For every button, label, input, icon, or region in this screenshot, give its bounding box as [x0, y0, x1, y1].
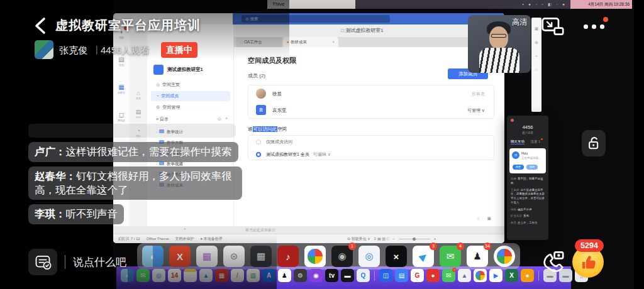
space-menu-item-space-members[interactable]: ◔空间成员	[151, 91, 230, 101]
screen-unlock-button[interactable]	[582, 130, 606, 156]
add-icon[interactable]: ⊕	[531, 40, 541, 45]
comment-input[interactable]: 说点什么吧	[73, 255, 126, 270]
statusbar-right: ⊖ 智能美化 ∨ ≡ ▤ ▥ □ − +	[347, 234, 436, 243]
comment-settings-button[interactable]	[28, 249, 57, 275]
directory-row[interactable]: ≡ 目录◎ +	[156, 116, 229, 123]
canvas-tool-icons[interactable]: ○ ▣	[477, 216, 494, 221]
dock-icon-capcut[interactable]: ×	[386, 246, 407, 267]
dock-badge: 4	[457, 243, 464, 250]
dock-icon-qq[interactable]: ♟34	[467, 246, 488, 267]
radio-icon[interactable]	[256, 139, 261, 144]
tab-close-icon[interactable]: ×	[332, 37, 335, 47]
colorwheel-glyph	[308, 249, 322, 263]
dock-icon-calculator[interactable]: ▦	[250, 246, 272, 267]
star-icon[interactable]: ☆	[531, 67, 541, 72]
tab-oa-workbench[interactable]: □OA工作台	[236, 37, 282, 47]
nav-rail-label: 消息	[114, 36, 128, 39]
dock-icon-orange-slash-app[interactable]: /	[231, 269, 244, 282]
dock-icon-browser-sphere[interactable]	[494, 246, 515, 267]
voice-call-button[interactable]	[535, 246, 570, 275]
accept-button[interactable]: 同意	[513, 165, 524, 170]
zoom-knob[interactable]	[413, 237, 416, 241]
zoom-slider[interactable]	[399, 239, 430, 239]
zoom-in-icon[interactable]: +	[434, 234, 436, 243]
view-mode-icons[interactable]: ≡ ▤ ▥ □	[374, 234, 389, 243]
dock-icon-qq-mini[interactable]: ♟	[278, 269, 291, 282]
radio-icon[interactable]	[256, 152, 261, 157]
dock-icon-airport-utility[interactable]: ▲	[199, 269, 213, 282]
access-option[interactable]: 仅限成员访问	[248, 136, 494, 148]
dock-icon-glyph: X	[509, 272, 514, 279]
dot-icon	[584, 25, 588, 29]
dingtalk-tabrow: □OA工作台 ●教研成果×	[233, 37, 504, 47]
dock-icon-orange-circle-app[interactable]: ●	[521, 269, 534, 282]
streamer-avatar[interactable]	[35, 40, 53, 59]
tab-icon: □	[240, 40, 243, 44]
close-traffic-light[interactable]	[511, 119, 514, 122]
console-chat-message: 张悦确实不方便	[511, 208, 545, 212]
side-rail-item-library[interactable]: ▤知识	[130, 106, 147, 125]
phone-video-icon	[538, 249, 566, 273]
member-row: 袁袁东亚可管理 ∨	[248, 102, 494, 118]
more-menu-button[interactable]	[584, 19, 613, 31]
directory-actions[interactable]: ◎ +	[218, 116, 229, 121]
dock-icon-excel[interactable]: X	[505, 269, 518, 282]
tab-research-results[interactable]: ●教研成果×	[283, 37, 338, 47]
beautify-button[interactable]: ⊖ 智能美化 ∨	[347, 234, 370, 243]
access-option[interactable]: 测试虚拟教研室1 全员可编辑 ∨	[248, 148, 494, 161]
hd-quality-label[interactable]: 高清	[512, 17, 527, 28]
dock-icon-wechat[interactable]: ✉4	[440, 246, 461, 267]
dock-icon-wechat-mini[interactable]: ✉•	[442, 269, 455, 282]
dock-icon-glyph: ×	[394, 251, 399, 262]
edit-icon[interactable]: +	[531, 54, 541, 58]
zoom-out-icon[interactable]: −	[392, 234, 395, 243]
notification-dot	[603, 17, 608, 22]
dock-icon-music-red[interactable]: ♪	[277, 246, 299, 267]
space-menu-item-space-home[interactable]: ◎空间主页	[151, 80, 230, 90]
dock-icon-podcasts[interactable]: ◉	[309, 269, 323, 282]
dock-icon-kdocs[interactable]: G	[411, 269, 424, 282]
dock-icon-red-grid-app[interactable]: ▦	[215, 269, 228, 282]
dock-icon-finder[interactable]: ◐	[142, 246, 164, 267]
dock-icon-launchpad[interactable]: ▦	[196, 246, 218, 267]
presenter-webcam[interactable]: 高清	[468, 15, 531, 73]
console-chat-author: 矿业大学	[511, 214, 522, 217]
dock-icon-magnifier-app[interactable]: Q	[357, 269, 370, 282]
dock-icon-paper-plane[interactable]: ▶3	[413, 246, 434, 267]
dock-icon-notes[interactable]	[184, 269, 197, 282]
side-rail-item-home[interactable]: ⌂首页	[130, 87, 147, 106]
option-extra[interactable]: 可编辑 ∨	[313, 152, 331, 156]
back-button[interactable]	[33, 16, 49, 35]
tab-mic-connect[interactable]: 连麦 1	[531, 139, 541, 143]
nav-rail-item-workbench[interactable]: ▦工作台	[113, 80, 130, 107]
dock-icon-meeting-app[interactable]: ◫	[379, 269, 392, 282]
dock-icon-feishu[interactable]: ▶	[489, 269, 502, 282]
dock-icon-calendar[interactable]: 14	[168, 269, 181, 282]
dock-icon-omni-app[interactable]: ⊙	[223, 246, 245, 267]
tab-chat-interaction[interactable]: 聊天互动	[511, 139, 525, 144]
dock-icon-clapper-app[interactable]: ▬	[341, 269, 354, 282]
dock-icon-apple-tv[interactable]: tv	[325, 269, 338, 282]
reject-button[interactable]: 拒绝	[526, 165, 538, 170]
dock-icon-mountain-app[interactable]: ▲	[458, 269, 471, 282]
space-menu-item-space-admin[interactable]: ⚙空间管理	[151, 102, 230, 112]
dock-icon-red-circle-app[interactable]: ●	[426, 269, 440, 282]
search-input[interactable]: ◎ 搜索	[242, 15, 390, 23]
comment-input-bar[interactable]: 说点什么吧	[28, 248, 126, 276]
dock-icon-settings[interactable]: ⚙	[294, 269, 307, 282]
live-player: Thive ▪ ● ◦ ▫ ◧ ◦ ● 4月14日 周四 19:28:36 ◎ …	[0, 0, 644, 289]
picture-in-picture-button[interactable]	[540, 15, 566, 38]
dock-icon-photos[interactable]	[304, 246, 326, 267]
dock-icon-safari[interactable]: ◎	[358, 246, 380, 267]
dock-icon-chrome[interactable]	[474, 269, 487, 282]
dock-icon-app-store[interactable]: A	[262, 269, 275, 282]
member-role[interactable]: 可管理 ∨	[467, 107, 485, 114]
dock-icon-green-chart-app[interactable]: ▥	[247, 269, 260, 282]
dock-icon-wps-office[interactable]: X	[169, 246, 191, 267]
comment-check-icon	[34, 253, 52, 271]
dock-icon-docs-app[interactable]: ▤	[395, 269, 408, 282]
space-name: 测试虚拟教研室1	[167, 67, 236, 73]
dock-icon-messages[interactable]: ✉	[136, 269, 150, 282]
dock-icon-safari-mini[interactable]: ◎	[152, 269, 165, 282]
dock-icon-vinyl-music[interactable]: ◉1	[331, 246, 353, 267]
